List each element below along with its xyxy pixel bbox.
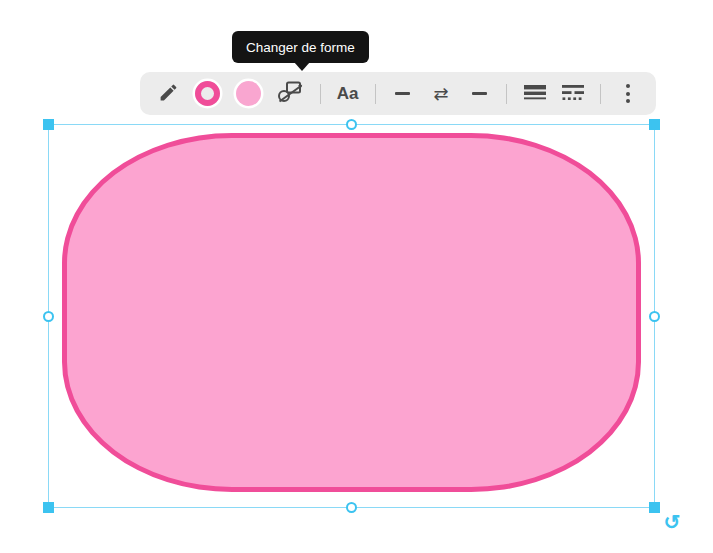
fill-color-swatch xyxy=(236,81,261,106)
stroke-color-swatch xyxy=(195,81,220,106)
text-format-label: Aa xyxy=(337,85,359,102)
shape-format-toolbar: Aa ⇄ xyxy=(140,72,656,115)
selected-rounded-rectangle-shape[interactable] xyxy=(62,133,641,492)
resize-handle-s[interactable] xyxy=(346,502,357,513)
toolbar-separator xyxy=(506,84,507,104)
resize-handle-nw[interactable] xyxy=(43,119,54,130)
toolbar-separator xyxy=(375,84,376,104)
kebab-menu-icon xyxy=(626,84,630,103)
resize-handle-ne[interactable] xyxy=(649,119,660,130)
edit-style-button[interactable] xyxy=(157,78,179,110)
toolbar-separator xyxy=(320,84,321,104)
line-start-style-button[interactable] xyxy=(392,78,414,110)
swap-arrows-icon: ⇄ xyxy=(434,85,449,103)
tooltip-text: Changer de forme xyxy=(246,40,355,55)
stroke-color-button[interactable] xyxy=(195,78,220,110)
fill-color-button[interactable] xyxy=(236,78,261,110)
rotate-handle-icon[interactable]: ↺ xyxy=(661,511,683,533)
line-weight-icon xyxy=(524,83,546,104)
line-weight-button[interactable] xyxy=(524,78,546,110)
resize-handle-n[interactable] xyxy=(346,119,357,130)
arrows-direction-button[interactable]: ⇄ xyxy=(430,78,452,110)
line-end-style-button[interactable] xyxy=(468,78,490,110)
toolbar-separator xyxy=(600,84,601,104)
line-style-button[interactable] xyxy=(562,78,584,110)
resize-handle-e[interactable] xyxy=(649,311,660,322)
change-shape-button[interactable] xyxy=(277,78,303,110)
resize-handle-se[interactable] xyxy=(649,502,660,513)
shape-change-icon xyxy=(277,80,303,107)
text-format-button[interactable]: Aa xyxy=(337,78,359,110)
drawing-canvas[interactable]: Changer de forme xyxy=(0,0,713,553)
tooltip-caret xyxy=(294,62,310,71)
pencil-icon xyxy=(158,82,179,106)
resize-handle-w[interactable] xyxy=(43,311,54,322)
tooltip-change-shape: Changer de forme xyxy=(232,31,369,63)
line-end-dash-icon xyxy=(472,92,487,95)
line-style-icon xyxy=(562,83,584,104)
resize-handle-sw[interactable] xyxy=(43,502,54,513)
line-start-dash-icon xyxy=(395,92,410,95)
more-options-button[interactable] xyxy=(617,78,639,110)
